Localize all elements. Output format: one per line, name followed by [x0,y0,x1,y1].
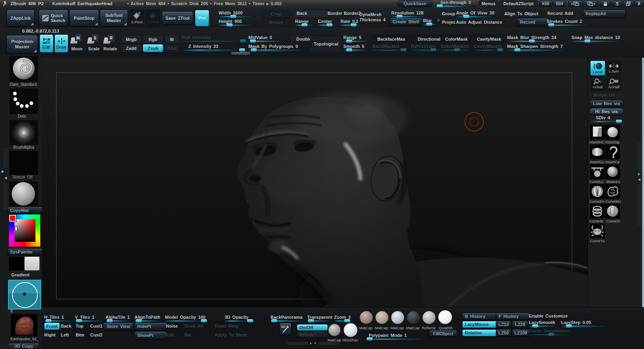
dock-right-icon[interactable] [584,0,598,7]
transparent-slider[interactable]: Transparent [307,315,332,322]
right-tray-expand-icon[interactable]: ▶ [638,172,640,176]
midvalue-knob[interactable] [250,39,256,43]
syspalette-button[interactable]: SysPalette [7,248,43,255]
z-intensity-slider[interactable]: Z Intensity 33 [182,44,246,51]
onoff-button[interactable]: On/Off [297,324,328,331]
left-tray-expand-icon[interactable]: ▶ [2,170,4,173]
bottom-scroll-texture[interactable] [287,342,308,345]
left-view-label[interactable]: Left [61,332,69,337]
transparent-knob[interactable] [308,319,314,322]
resolution-slider[interactable]: Resolution 128 [391,10,429,17]
current-tool-thumb[interactable] [10,314,38,337]
draw-button[interactable]: Draw [54,34,68,53]
colormaskint-knob[interactable] [454,48,460,52]
zscript-button[interactable]: DefaultZScript [499,0,538,7]
zsub-button[interactable]: Zsub [142,44,163,52]
actual-button[interactable]: x1 Actual [590,77,605,91]
masksharpen-knob[interactable] [514,48,520,52]
lz50-button[interactable]: LZ50 [496,329,511,337]
mask-blur-slider[interactable]: Mask Blur Strength 24 [507,35,564,42]
current-color-swatch[interactable] [9,215,16,222]
close-icon[interactable]: X [634,0,644,7]
border-label[interactable]: Border [328,11,342,16]
3d-opacity-slider[interactable]: 3D Opacity [225,315,250,322]
polypaint-mode-slider[interactable]: Polypaint Mode 1 [365,333,427,340]
right-scroll-texture[interactable] [638,184,642,226]
quadshaders-sphere[interactable] [438,310,452,324]
enable-customize-label[interactable]: Enable Customize [529,314,568,318]
store-view-button[interactable]: Store View [103,322,134,330]
create-shell-button[interactable]: Create Shell [390,18,422,26]
apply-to-mesh-label[interactable]: Apply To Mesh [215,332,247,337]
reorder-button[interactable]: Reorder [297,331,328,338]
model-opacity-slider[interactable]: Model Opacity 100 [165,315,207,322]
current-material-thumb[interactable] [9,181,39,207]
zadd-button[interactable]: Zadd [121,44,142,52]
projection-master-button[interactable]: ProjectionMaster [6,35,38,54]
zoom-knob[interactable] [344,319,350,322]
z-intensity-knob[interactable] [239,48,245,52]
reflected-sphere[interactable] [423,311,436,324]
shelf-scroll-up-icon[interactable]: ▲ [309,342,312,345]
rgb-button[interactable]: Rgb [142,35,163,44]
lz20-button[interactable]: LZ20 [512,321,528,328]
edit-curve-label[interactable]: Edit [166,332,174,337]
menus-button[interactable]: Menus [479,0,498,7]
replayall-button[interactable]: ReplayAll [583,10,625,18]
maskblur-knob[interactable] [529,39,535,43]
back-view-label[interactable]: Back [61,324,71,328]
document-canvas[interactable] [42,58,588,307]
zapplink-button[interactable]: ZAppLink [6,10,35,27]
left-scroll-texture[interactable] [3,148,8,168]
h-tiles-knob[interactable] [45,319,52,322]
insert-brush-thumb[interactable] [590,125,605,139]
lazymouse-button[interactable]: LazyMouse [462,321,497,328]
m-button[interactable]: M [164,35,180,44]
shrink-ui-icon[interactable] [539,0,552,7]
height-knob[interactable] [227,23,233,27]
curve-brush-thumb[interactable] [590,224,605,238]
cust2-label[interactable]: Cust2 [90,332,103,337]
showpt-button[interactable]: ShowPt [134,331,167,339]
curve-brush-thumb[interactable] [590,204,605,218]
noise-label[interactable]: Noise [166,324,178,328]
center-slider[interactable]: Center [318,19,339,26]
top-view-label[interactable]: Top [76,324,83,328]
backpanorama-slider[interactable]: BackPanorama [270,315,305,322]
insert-brush-thumb[interactable] [605,145,620,159]
current-alpha-thumb[interactable] [9,120,39,145]
lsym-button[interactable]: L.Sym [606,60,621,76]
edit-button[interactable]: Edit [39,34,54,53]
left-tray-collapse-icon[interactable]: ◀ [4,177,7,180]
v-tiles-slider[interactable]: V Tiles 1 [75,315,104,322]
resize-button[interactable]: Resize [262,19,290,27]
b-history-button[interactable]: B History [462,313,497,320]
curve-brush-thumb[interactable] [605,184,620,199]
topological-button[interactable]: Topological [310,35,342,52]
subtool-master-button[interactable]: SubToolMaster [100,10,128,27]
model-opacity-knob[interactable] [201,319,207,322]
curve-brush-thumb[interactable] [590,184,605,199]
relative-button[interactable]: Relative [462,329,497,337]
pro-button[interactable]: Pro [195,10,209,27]
crop-button[interactable]: Crop [262,10,290,18]
range5-knob[interactable] [346,39,352,43]
polypaint-knob[interactable] [367,337,373,341]
cust1-label[interactable]: Cust1 [90,324,103,328]
aahalf-button[interactable]: AAHalf [606,77,621,91]
back-select[interactable]: Back [294,10,329,18]
backface-mask-button[interactable]: BackfaceMas [372,35,410,43]
matcap-slot-sphere[interactable] [360,311,373,324]
alphatile-knob[interactable] [107,319,113,322]
cavitymask-button[interactable]: CavityMask [474,35,504,43]
record-button[interactable]: Record [517,18,549,26]
border2-label[interactable]: Border2 [344,11,361,16]
zcut-button[interactable]: Zcut [164,44,180,52]
midvalue-slider[interactable]: MidValue 0 [248,35,287,42]
front-button[interactable]: Front [44,322,60,330]
paintstop-button[interactable]: PaintStop [69,10,99,27]
dock-left-icon[interactable] [568,0,583,7]
right-tray-collapse-icon[interactable]: ◀ [638,178,640,181]
zoom-slider[interactable]: Zoom 3 [334,315,353,322]
copymat-button[interactable]: CopyMat [7,207,43,214]
